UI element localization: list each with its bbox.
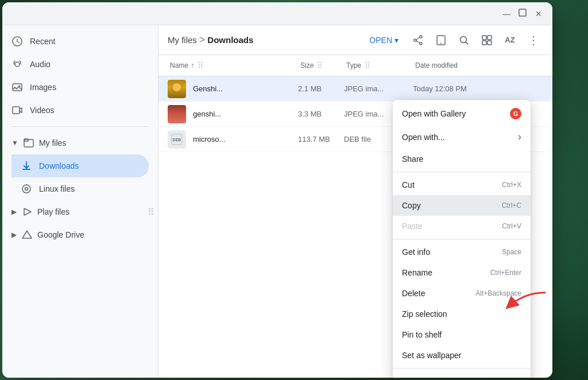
maximize-button[interactable] — [516, 7, 529, 21]
menu-item-wallpaper-label: Set as wallpaper — [402, 351, 521, 360]
open-dropdown-icon: ▾ — [394, 36, 399, 45]
menu-divider — [393, 239, 531, 239]
minimize-button[interactable]: — — [500, 7, 513, 21]
breadcrumb: My files > Downloads — [168, 34, 358, 46]
menu-item-new-folder[interactable]: New folder Ctrl+E — [393, 371, 531, 378]
sidebar-item-videos[interactable]: Videos — [2, 99, 149, 122]
open-button[interactable]: OPEN ▾ — [362, 32, 405, 48]
menu-shortcut-rename: Ctrl+Enter — [490, 269, 521, 277]
menu-item-open-gallery[interactable]: Open with Gallery G — [393, 102, 531, 125]
sidebar-item-audio[interactable]: Audio — [2, 53, 149, 76]
svg-point-2 — [15, 62, 20, 67]
col-size[interactable]: Size ⠿ — [298, 57, 344, 73]
menu-shortcut-new-folder: Ctrl+E — [502, 377, 521, 378]
file-name: Genshi... — [193, 84, 223, 93]
col-type-label: Type — [346, 61, 361, 69]
svg-point-18 — [461, 36, 467, 42]
menu-item-cut[interactable]: Cut Ctrl+X — [393, 175, 531, 195]
play-files-header[interactable]: ▶ Play files — [2, 200, 158, 223]
svg-rect-20 — [488, 36, 492, 40]
gdrive-expand-icon: ▶ — [11, 231, 17, 239]
svg-marker-12 — [22, 231, 32, 238]
col-name[interactable]: Name ↑ ⠿ — [168, 57, 298, 73]
context-menu: Open with Gallery G Open with... › Share… — [393, 100, 531, 378]
menu-divider — [393, 172, 531, 172]
col-name-label: Name — [170, 61, 188, 69]
menu-item-open-with[interactable]: Open with... › — [393, 125, 531, 149]
sidebar-item-images[interactable]: Images — [2, 76, 149, 99]
share-button[interactable] — [408, 30, 428, 51]
my-files-label: My files — [39, 138, 66, 148]
svg-rect-22 — [488, 41, 492, 45]
menu-item-rename[interactable]: Rename Ctrl+Enter — [393, 262, 531, 283]
file-thumbnail — [168, 80, 186, 98]
menu-item-open-with-label: Open with... — [402, 133, 518, 142]
arrow-svg — [492, 286, 549, 315]
close-button[interactable]: ✕ — [532, 7, 546, 21]
menu-shortcut-copy: Ctrl+C — [502, 201, 521, 210]
col-type-dots: ⠿ — [365, 61, 370, 70]
svg-rect-5 — [13, 107, 20, 114]
column-headers: Name ↑ ⠿ Size ⠿ Type ⠿ Date modified — [158, 55, 552, 76]
play-files-label: Play files — [37, 207, 69, 216]
svg-rect-21 — [482, 41, 486, 45]
sidebar-item-images-label: Images — [30, 83, 56, 92]
linux-icon — [21, 183, 32, 195]
videos-icon — [11, 104, 23, 116]
menu-shortcut-get-info: Space — [502, 248, 521, 256]
file-row[interactable]: Genshi... 2.1 MB JPEG ima... Today 12:08… — [158, 76, 552, 102]
more-button[interactable]: ⋮ — [523, 30, 543, 51]
menu-item-share[interactable]: Share — [393, 149, 531, 169]
minimize-icon: — — [502, 9, 510, 18]
my-files-children: Downloads Linux files — [2, 154, 158, 200]
close-icon: ✕ — [535, 9, 542, 18]
linux-files-label: Linux files — [39, 184, 75, 193]
tablet-icon — [435, 34, 447, 46]
menu-item-pin[interactable]: Pin to shelf — [393, 324, 531, 345]
file-name-cell: DEB microso... — [168, 130, 298, 149]
svg-point-10 — [25, 188, 28, 191]
google-drive-header[interactable]: ▶ Google Drive — [2, 223, 158, 246]
play-files-section: ▶ Play files ⠿ — [2, 200, 158, 223]
menu-item-delete-label: Delete — [402, 289, 475, 298]
search-button[interactable] — [454, 30, 474, 51]
file-size: 2.1 MB — [298, 84, 344, 93]
recent-icon — [11, 36, 23, 47]
sidebar-item-recent[interactable]: Recent — [2, 30, 149, 53]
menu-item-get-info-label: Get info — [402, 247, 502, 257]
menu-item-paste: Paste Ctrl+V — [393, 216, 531, 236]
menu-item-paste-label: Paste — [402, 222, 502, 231]
audio-icon — [11, 59, 23, 70]
col-date[interactable]: Date modified — [413, 57, 543, 73]
file-name: genshi... — [193, 110, 221, 118]
menu-item-open-gallery-label: Open with Gallery — [402, 109, 510, 118]
sidebar-item-linux-files[interactable]: Linux files — [11, 177, 149, 200]
my-files-header[interactable]: ▼ My files — [2, 131, 158, 154]
menu-item-rename-label: Rename — [402, 268, 490, 277]
svg-rect-3 — [13, 84, 22, 91]
google-drive-icon — [21, 229, 33, 241]
sidebar-item-downloads[interactable]: Downloads — [11, 154, 149, 177]
menu-item-copy[interactable]: Copy Ctrl+C — [393, 195, 531, 216]
svg-text:DEB: DEB — [173, 138, 181, 142]
downloads-label: Downloads — [39, 161, 79, 170]
svg-point-13 — [420, 36, 422, 38]
breadcrumb-root[interactable]: My files — [168, 35, 197, 45]
drag-handle-icon: ⠿ — [148, 207, 153, 218]
menu-item-pin-label: Pin to shelf — [402, 330, 521, 339]
menu-item-wallpaper[interactable]: Set as wallpaper — [393, 345, 531, 366]
grid-icon — [481, 34, 493, 46]
tablet-button[interactable] — [431, 30, 451, 51]
menu-item-get-info[interactable]: Get info Space — [393, 242, 531, 262]
file-name: microso... — [193, 135, 225, 144]
share-icon — [412, 34, 424, 46]
grid-button[interactable] — [477, 30, 497, 51]
menu-item-cut-label: Cut — [402, 180, 502, 189]
file-thumbnail: DEB — [168, 130, 186, 149]
sort-button[interactable]: AZ — [500, 30, 520, 51]
col-type[interactable]: Type ⠿ — [344, 57, 413, 73]
gallery-badge: G — [510, 108, 521, 119]
file-name-cell: Genshi... — [168, 80, 298, 98]
svg-point-4 — [19, 86, 21, 87]
svg-rect-19 — [482, 36, 486, 40]
